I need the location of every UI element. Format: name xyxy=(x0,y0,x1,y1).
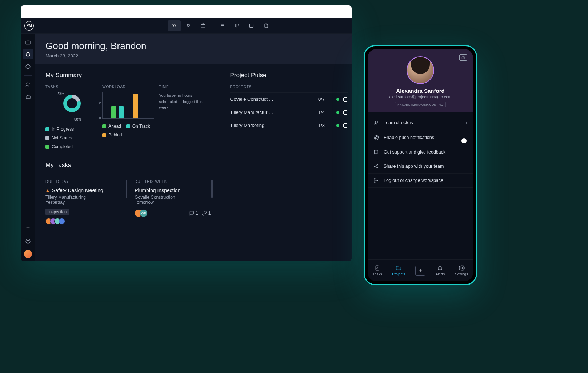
briefcase-rail-icon[interactable] xyxy=(23,92,33,102)
assignee-avatars xyxy=(45,218,121,225)
time-kicker: TIME xyxy=(159,85,211,89)
svg-rect-7 xyxy=(26,96,30,99)
time-message: You have no hours scheduled or logged th… xyxy=(159,92,211,111)
svg-point-6 xyxy=(29,83,30,84)
clock-icon[interactable] xyxy=(23,61,33,72)
project-row[interactable]: Tillery Manufacturi… 1/4 xyxy=(230,106,348,119)
scroll-thumb[interactable] xyxy=(126,180,127,198)
app-frame: PM + xyxy=(21,18,352,261)
task-row[interactable]: ▲ Safety Design Meeting xyxy=(45,187,121,193)
tab-projects[interactable]: Projects xyxy=(392,265,405,276)
avatar-chip xyxy=(59,218,65,225)
svg-point-12 xyxy=(375,121,376,123)
legend-on-track: On Track xyxy=(126,124,150,129)
greeting: Good morning, Brandon xyxy=(45,40,341,52)
content: Good morning, Brandon March 23, 2022 My … xyxy=(35,34,352,261)
comments-count[interactable]: 1 xyxy=(189,211,198,216)
tabbar: Tasks Projects + Alerts Settings xyxy=(368,259,473,281)
menu-share[interactable]: Share this app with your team xyxy=(368,159,473,174)
svg-rect-3 xyxy=(250,24,253,27)
workload-legend: Ahead On Track Behind xyxy=(102,124,154,138)
add-icon[interactable]: + xyxy=(23,222,33,233)
legend-ahead: Ahead xyxy=(102,124,121,129)
people-icon xyxy=(373,120,379,126)
panel-pulse: Project Pulse PROJECTS Govalle Construct… xyxy=(221,64,352,261)
tab-alerts[interactable]: Alerts xyxy=(436,265,445,276)
help-icon[interactable] xyxy=(23,236,33,246)
header: Good morning, Brandon March 23, 2022 xyxy=(35,34,352,64)
spinner-icon xyxy=(343,110,348,115)
tasks-wrap: DUE TODAY ▲ Safety Design Meeting Tiller… xyxy=(45,180,211,225)
tab-add-button[interactable]: + xyxy=(415,266,425,276)
rail-divider xyxy=(24,75,32,76)
pulse-title: Project Pulse xyxy=(230,72,348,79)
project-row[interactable]: Tillery Marketing 1/3 xyxy=(230,119,348,132)
task-name: Safety Design Meeting xyxy=(52,187,103,193)
workload-col: WORKLOAD 0 2 xyxy=(102,85,154,149)
briefcase-icon[interactable] xyxy=(197,20,210,31)
svg-point-0 xyxy=(173,24,174,25)
bar xyxy=(119,106,124,119)
file-icon[interactable] xyxy=(260,20,273,31)
menu-team-directory[interactable]: Team directory › xyxy=(368,115,473,130)
panel-summary: My Summary TASKS 20% 80% xyxy=(35,64,221,261)
svg-rect-10 xyxy=(462,57,465,59)
svg-point-5 xyxy=(27,83,28,84)
topbar: PM xyxy=(21,18,352,34)
summary-title: My Summary xyxy=(45,72,211,79)
avatar[interactable] xyxy=(24,250,32,258)
bar xyxy=(133,94,138,118)
svg-rect-2 xyxy=(201,24,205,27)
task-tag[interactable]: Inspection xyxy=(45,209,69,215)
project-row[interactable]: Govalle Constructi… 0/7 xyxy=(230,92,348,106)
share-icon xyxy=(373,164,379,169)
scroll-thumb[interactable] xyxy=(211,180,213,198)
tasks-due-week: DUE THIS WEEK Plumbing Inspection Govall… xyxy=(135,180,211,225)
legend-in-progress: In Progress xyxy=(45,127,74,132)
people-icon[interactable] xyxy=(23,79,33,90)
chevron-right-icon: › xyxy=(465,120,467,126)
legend-behind: Behind xyxy=(102,132,122,138)
profile-org-badge: PROJECTMANAGER.COM INC xyxy=(395,102,446,107)
donut-icon xyxy=(63,95,81,112)
tab-settings[interactable]: Settings xyxy=(455,265,468,276)
list-icon[interactable] xyxy=(216,20,229,31)
links-count[interactable]: 1 xyxy=(202,211,211,216)
phone-screen: Alexandra Sanford aled.sanford@projectma… xyxy=(368,49,473,281)
donut-label-top: 20% xyxy=(57,92,64,96)
camera-icon[interactable] xyxy=(459,54,467,61)
task-row[interactable]: Plumbing Inspection xyxy=(135,187,211,193)
svg-point-13 xyxy=(377,121,378,122)
task-project: Govalle Construction xyxy=(135,195,211,200)
profile-email: aled.sanford@projectmanager.com xyxy=(373,95,467,99)
profile-avatar[interactable] xyxy=(407,56,434,84)
tab-tasks[interactable]: Tasks xyxy=(373,265,382,276)
settings-list: Team directory › @ Enable push notificat… xyxy=(368,112,473,259)
notifications-icon[interactable] xyxy=(23,49,33,59)
bell-icon xyxy=(437,265,443,271)
home-icon[interactable] xyxy=(23,37,33,47)
due-today-label: DUE TODAY xyxy=(45,180,121,184)
clipboard-icon xyxy=(374,265,380,271)
spinner-icon xyxy=(343,123,348,128)
menu-push-notifications[interactable]: @ Enable push notifications xyxy=(368,130,473,145)
svg-point-1 xyxy=(175,24,176,25)
menu-logout[interactable]: Log out or change workspace xyxy=(368,174,473,188)
team-icon[interactable] xyxy=(168,20,181,31)
svg-point-9 xyxy=(28,242,28,243)
board-icon[interactable] xyxy=(231,20,244,31)
calendar-icon[interactable] xyxy=(245,20,258,31)
spinner-icon xyxy=(343,97,348,102)
status-dot-icon xyxy=(336,98,339,101)
logo[interactable]: PM xyxy=(24,21,34,31)
tools-icon[interactable] xyxy=(182,20,195,31)
projects-kicker: PROJECTS xyxy=(230,85,348,89)
status-dot-icon xyxy=(336,124,339,127)
workload-chart: 0 2 xyxy=(102,92,154,119)
desktop-window: PM + xyxy=(21,5,352,261)
app-body: + Good morning, Brandon March 23, 2022 M… xyxy=(21,34,352,261)
status-dot-icon xyxy=(336,111,339,114)
browser-chrome xyxy=(21,5,352,18)
tasks-col: TASKS 20% 80% In Progress Not Started Co xyxy=(45,85,97,149)
menu-support[interactable]: Get support and give feedback xyxy=(368,145,473,159)
